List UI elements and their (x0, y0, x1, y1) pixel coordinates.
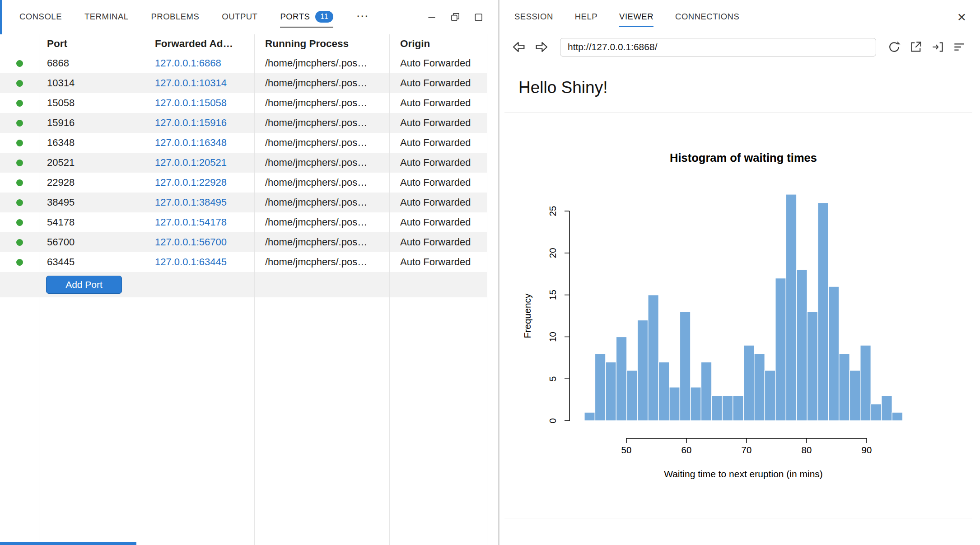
port-status-icon (16, 259, 23, 266)
running-process: /home/jmcphers/.pos… (254, 177, 389, 188)
address-column-header: Forwarded Ad… (147, 38, 254, 50)
port-origin: Auto Forwarded (389, 216, 487, 228)
tab-connections[interactable]: CONNECTIONS (675, 8, 739, 27)
running-process: /home/jmcphers/.pos… (254, 97, 389, 109)
tab-help[interactable]: HELP (575, 8, 597, 27)
port-origin: Auto Forwarded (389, 197, 487, 208)
tab-ports-label: PORTS (280, 12, 310, 22)
tab-terminal[interactable]: TERMINAL (84, 8, 129, 27)
port-row[interactable]: 10314 127.0.0.1:10314 /home/jmcphers/.po… (0, 73, 487, 93)
origin-column-header: Origin (389, 38, 487, 50)
svg-text:Frequency: Frequency (522, 293, 532, 338)
forwarded-address-link[interactable]: 127.0.0.1:15058 (155, 97, 227, 108)
add-port-button[interactable]: Add Port (46, 276, 122, 294)
running-process: /home/jmcphers/.pos… (254, 236, 389, 248)
open-external-icon[interactable] (909, 40, 923, 54)
port-status-icon (16, 120, 23, 127)
app-window: CONSOLE TERMINAL PROBLEMS OUTPUT PORTS 1… (0, 0, 980, 545)
port-number: 6868 (39, 57, 147, 69)
running-process: /home/jmcphers/.pos… (254, 137, 389, 149)
svg-text:60: 60 (681, 445, 692, 455)
running-process: /home/jmcphers/.pos… (254, 157, 389, 169)
port-origin: Auto Forwarded (389, 77, 487, 89)
process-column-header: Running Process (254, 38, 389, 50)
waiting-times-histogram: Histogram of waiting times05101520255060… (504, 113, 972, 518)
port-column-header: Port (39, 38, 147, 50)
ports-table-body: 6868 127.0.0.1:6868 /home/jmcphers/.pos…… (0, 53, 498, 272)
viewer-content: Hello Shiny! Histogram of waiting times0… (499, 60, 980, 518)
port-number: 54178 (39, 216, 147, 228)
forwarded-address-link[interactable]: 127.0.0.1:56700 (155, 236, 227, 248)
forwarded-address-link[interactable]: 127.0.0.1:22928 (155, 177, 227, 188)
port-number: 20521 (39, 157, 147, 169)
more-actions-button[interactable]: ⋯ (356, 9, 369, 26)
clear-icon[interactable] (952, 40, 966, 54)
ports-table-header: Port Forwarded Ad… Running Process Origi… (0, 34, 487, 53)
panel-window-controls (426, 11, 498, 23)
port-number: 10314 (39, 77, 147, 89)
running-process: /home/jmcphers/.pos… (254, 216, 389, 228)
running-process: /home/jmcphers/.pos… (254, 197, 389, 208)
port-number: 63445 (39, 256, 147, 268)
port-row[interactable]: 6868 127.0.0.1:6868 /home/jmcphers/.pos…… (0, 53, 487, 73)
content-divider-bottom (504, 518, 972, 518)
svg-text:Waiting time to next eruption: Waiting time to next eruption (in mins) (664, 469, 823, 479)
forwarded-address-link[interactable]: 127.0.0.1:63445 (155, 256, 227, 268)
port-status-icon (16, 100, 23, 107)
svg-text:70: 70 (742, 445, 752, 455)
port-row[interactable]: 54178 127.0.0.1:54178 /home/jmcphers/.po… (0, 212, 487, 232)
port-number: 16348 (39, 137, 147, 149)
svg-text:0: 0 (547, 418, 558, 423)
port-status-icon (16, 80, 23, 87)
port-row[interactable]: 63445 127.0.0.1:63445 /home/jmcphers/.po… (0, 252, 487, 272)
maximize-panel-icon[interactable] (473, 11, 485, 23)
forwarded-address-link[interactable]: 127.0.0.1:15916 (155, 117, 227, 128)
svg-text:50: 50 (621, 445, 632, 455)
forwarded-address-link[interactable]: 127.0.0.1:16348 (155, 137, 227, 148)
tab-viewer[interactable]: VIEWER (619, 8, 653, 27)
running-process: /home/jmcphers/.pos… (254, 256, 389, 268)
forwarded-address-link[interactable]: 127.0.0.1:38495 (155, 197, 227, 208)
forwarded-address-link[interactable]: 127.0.0.1:6868 (155, 57, 221, 69)
tab-console[interactable]: CONSOLE (19, 8, 62, 27)
tab-output[interactable]: OUTPUT (222, 8, 257, 27)
port-origin: Auto Forwarded (389, 117, 487, 129)
close-icon[interactable]: ✕ (957, 12, 966, 23)
tab-session[interactable]: SESSION (514, 8, 553, 27)
minimize-panel-icon[interactable] (426, 11, 438, 23)
port-row[interactable]: 20521 127.0.0.1:20521 /home/jmcphers/.po… (0, 153, 487, 173)
viewer-toolbar (499, 34, 980, 60)
url-input[interactable] (560, 38, 876, 56)
svg-text:25: 25 (547, 206, 558, 216)
port-status-icon (16, 239, 23, 246)
port-status-icon (16, 199, 23, 206)
ports-count-badge: 11 (315, 11, 333, 23)
page-title: Hello Shiny! (518, 78, 980, 98)
horizontal-scrollbar[interactable] (0, 542, 136, 545)
port-status-icon (16, 219, 23, 226)
forwarded-address-link[interactable]: 127.0.0.1:10314 (155, 77, 227, 89)
forward-icon[interactable] (534, 39, 549, 55)
port-row[interactable]: 38495 127.0.0.1:38495 /home/jmcphers/.po… (0, 193, 487, 212)
open-in-editor-icon[interactable] (930, 40, 945, 54)
tab-problems[interactable]: PROBLEMS (151, 8, 200, 27)
port-row[interactable]: 56700 127.0.0.1:56700 /home/jmcphers/.po… (0, 232, 487, 252)
port-row[interactable]: 15916 127.0.0.1:15916 /home/jmcphers/.po… (0, 113, 487, 133)
tab-ports[interactable]: PORTS 11 (280, 7, 333, 28)
port-row[interactable]: 22928 127.0.0.1:22928 /home/jmcphers/.po… (0, 173, 487, 193)
panel-tabbar: CONSOLE TERMINAL PROBLEMS OUTPUT PORTS 1… (0, 0, 498, 34)
forwarded-address-link[interactable]: 127.0.0.1:20521 (155, 157, 227, 168)
port-row[interactable]: 16348 127.0.0.1:16348 /home/jmcphers/.po… (0, 133, 487, 153)
running-process: /home/jmcphers/.pos… (254, 77, 389, 89)
restore-panel-icon[interactable] (449, 11, 461, 23)
port-row[interactable]: 15058 127.0.0.1:15058 /home/jmcphers/.po… (0, 93, 487, 113)
port-number: 38495 (39, 197, 147, 208)
port-number: 15916 (39, 117, 147, 129)
ports-panel: CONSOLE TERMINAL PROBLEMS OUTPUT PORTS 1… (0, 0, 498, 545)
viewer-tabbar: SESSION HELP VIEWER CONNECTIONS ✕ (499, 0, 980, 34)
port-status-icon (16, 140, 23, 146)
forwarded-address-link[interactable]: 127.0.0.1:54178 (155, 216, 227, 228)
svg-text:10: 10 (547, 332, 558, 342)
reload-icon[interactable] (887, 40, 901, 54)
back-icon[interactable] (511, 39, 527, 55)
